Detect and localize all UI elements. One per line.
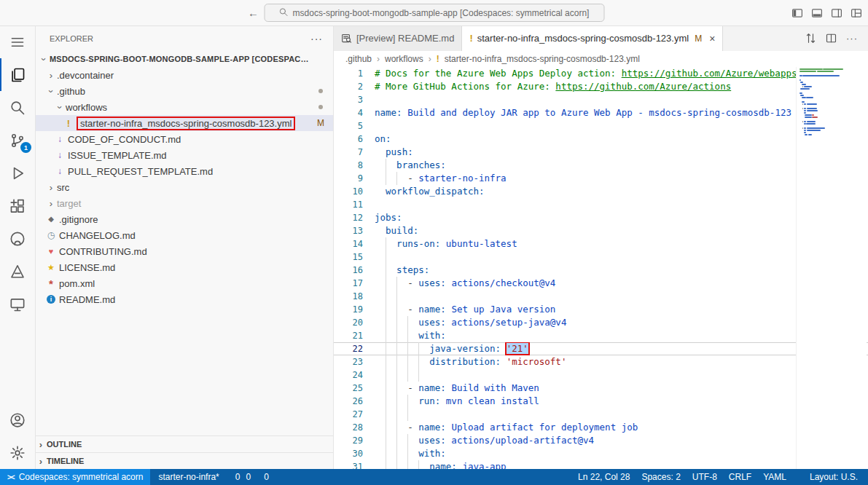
split-editor-icon[interactable]	[826, 33, 837, 44]
tree-file[interactable]: iREADME.md	[35, 291, 333, 307]
run-debug-icon[interactable]	[0, 157, 35, 189]
tree-folder[interactable]: ›.github	[35, 83, 333, 99]
source-control-icon[interactable]: 1	[0, 124, 35, 157]
azure-icon[interactable]	[0, 255, 35, 288]
close-icon[interactable]: ×	[709, 33, 715, 44]
eol-indicator[interactable]: CRLF	[723, 469, 757, 485]
command-center-search[interactable]: msdocs-spring-boot-mongodb-sample-app [C…	[264, 4, 604, 22]
code-line[interactable]: 3	[334, 93, 868, 106]
line-number[interactable]: 7	[334, 146, 363, 159]
cursor-position[interactable]: Ln 22, Col 28	[572, 469, 636, 485]
code-line[interactable]: 5	[334, 119, 868, 133]
code-line[interactable]: 8 branches:	[334, 159, 868, 172]
more-actions-icon[interactable]: ···	[846, 33, 858, 44]
code-editor[interactable]: 1# Docs for the Azure Web Apps Deploy ac…	[334, 67, 868, 469]
back-button[interactable]: ←	[248, 7, 259, 19]
code-line[interactable]: 10 workflow_dispatch:	[334, 185, 868, 198]
toggle-secondary-sidebar-icon[interactable]	[831, 7, 842, 19]
breadcrumb-item[interactable]: .github	[345, 54, 372, 64]
encoding-indicator[interactable]: UTF-8	[687, 469, 723, 485]
tree-folder[interactable]: ›target	[35, 195, 333, 211]
customize-layout-icon[interactable]	[851, 7, 862, 19]
code-line[interactable]: 1# Docs for the Azure Web Apps Deploy ac…	[334, 67, 868, 80]
line-number[interactable]: 11	[334, 198, 363, 211]
line-number[interactable]: 2	[334, 80, 363, 93]
remote-explorer-icon[interactable]	[0, 288, 35, 320]
tree-file[interactable]: ◆.gitignore	[35, 211, 333, 227]
menu-icon[interactable]	[0, 25, 35, 58]
line-number[interactable]: 30	[334, 447, 363, 460]
layout-indicator[interactable]: Layout: U.S.	[804, 469, 864, 485]
code-line[interactable]: 9 - starter-no-infra	[334, 172, 868, 185]
line-number[interactable]: 13	[334, 224, 363, 237]
code-line[interactable]: 17 - uses: actions/checkout@v4	[334, 277, 868, 290]
line-number[interactable]: 9	[334, 172, 363, 185]
tree-file[interactable]: ↓CODE_OF_CONDUCT.md	[35, 131, 333, 147]
line-number[interactable]: 4	[334, 106, 363, 119]
branch-indicator[interactable]: starter-no-infra*	[150, 469, 227, 485]
code-line[interactable]: 12jobs:	[334, 211, 868, 224]
tree-root-folder[interactable]: ›MSDOCS-SPRING-BOOT-MONGODB-SAMPLE-APP […	[35, 51, 333, 67]
line-number[interactable]: 20	[334, 316, 363, 329]
tree-file[interactable]: ★LICENSE.md	[35, 259, 333, 275]
line-number[interactable]: 17	[334, 277, 363, 290]
code-line[interactable]: 4name: Build and deploy JAR app to Azure…	[334, 106, 868, 119]
toggle-panel-icon[interactable]	[811, 7, 823, 19]
line-number[interactable]: 23	[334, 355, 363, 368]
code-line[interactable]: 24	[334, 368, 868, 382]
tree-file[interactable]: ↓ISSUE_TEMPLATE.md	[35, 147, 333, 163]
search-icon[interactable]	[0, 91, 35, 124]
line-number[interactable]: 18	[334, 290, 363, 303]
problems-indicator[interactable]: 0 0	[227, 469, 256, 485]
explorer-icon[interactable]	[0, 58, 35, 91]
line-number[interactable]: 22	[334, 342, 363, 355]
toggle-primary-sidebar-icon[interactable]	[791, 7, 803, 19]
line-number[interactable]: 25	[334, 382, 363, 395]
editor-tab[interactable]: !starter-no-infra_msdocs-spring-cosmosdb…	[462, 25, 723, 51]
tree-file[interactable]: ◷CHANGELOG.md	[35, 227, 333, 243]
line-number[interactable]: 10	[334, 185, 363, 198]
sidebar-section-timeline[interactable]: ›TIMELINE	[35, 452, 333, 469]
tree-folder[interactable]: ›.devcontainer	[35, 67, 333, 83]
more-actions-icon[interactable]: ···	[310, 33, 323, 44]
code-line[interactable]: 15	[334, 251, 868, 264]
code-line[interactable]: 27	[334, 408, 868, 421]
code-line[interactable]: 29 uses: actions/upload-artifact@v4	[334, 434, 868, 447]
code-line[interactable]: 26 run: mvn clean install	[334, 395, 868, 408]
tree-file[interactable]: !starter-no-infra_msdocs-spring-cosmosdb…	[35, 115, 333, 131]
code-line[interactable]: 11	[334, 198, 868, 211]
code-line[interactable]: 23 distribution: 'microsoft'	[334, 355, 868, 368]
code-line[interactable]: 22 java-version: '21'	[334, 342, 868, 355]
code-line[interactable]: 25 - name: Build with Maven	[334, 382, 868, 395]
account-icon[interactable]	[0, 403, 35, 436]
line-number[interactable]: 12	[334, 211, 363, 224]
tree-folder[interactable]: ›workflows	[35, 99, 333, 115]
breadcrumb-item[interactable]: workflows	[385, 54, 423, 64]
notifications-icon[interactable]	[792, 469, 804, 485]
extensions-icon[interactable]	[0, 189, 35, 222]
line-number[interactable]: 6	[334, 133, 363, 146]
line-number[interactable]: 15	[334, 251, 363, 264]
breadcrumb-item[interactable]: starter-no-infra_msdocs-spring-cosmosdb-…	[445, 54, 640, 64]
code-line[interactable]: 20 uses: actions/setup-java@v4	[334, 316, 868, 329]
line-number[interactable]: 24	[334, 368, 363, 382]
code-line[interactable]: 13 build:	[334, 224, 868, 237]
line-number[interactable]: 31	[334, 460, 363, 469]
ports-indicator[interactable]: 0	[256, 469, 274, 485]
line-number[interactable]: 14	[334, 237, 363, 251]
sidebar-section-outline[interactable]: ›OUTLINE	[35, 435, 333, 452]
line-number[interactable]: 28	[334, 421, 363, 434]
code-line[interactable]: 18	[334, 290, 868, 303]
line-number[interactable]: 19	[334, 303, 363, 316]
code-line[interactable]: 21 with:	[334, 329, 868, 342]
code-line[interactable]: 2# More GitHub Actions for Azure: https:…	[334, 80, 868, 93]
code-line[interactable]: 19 - name: Set up Java version	[334, 303, 868, 316]
language-indicator[interactable]: YAML	[757, 469, 792, 485]
line-number[interactable]: 5	[334, 119, 363, 133]
indentation-indicator[interactable]: Spaces: 2	[636, 469, 686, 485]
remote-indicator[interactable]: >< Codespaces: symmetrical acorn	[0, 469, 150, 485]
code-line[interactable]: 31 name: java-app	[334, 460, 868, 469]
line-number[interactable]: 26	[334, 395, 363, 408]
code-line[interactable]: 14 runs-on: ubuntu-latest	[334, 237, 868, 251]
tree-folder[interactable]: ›src	[35, 179, 333, 195]
